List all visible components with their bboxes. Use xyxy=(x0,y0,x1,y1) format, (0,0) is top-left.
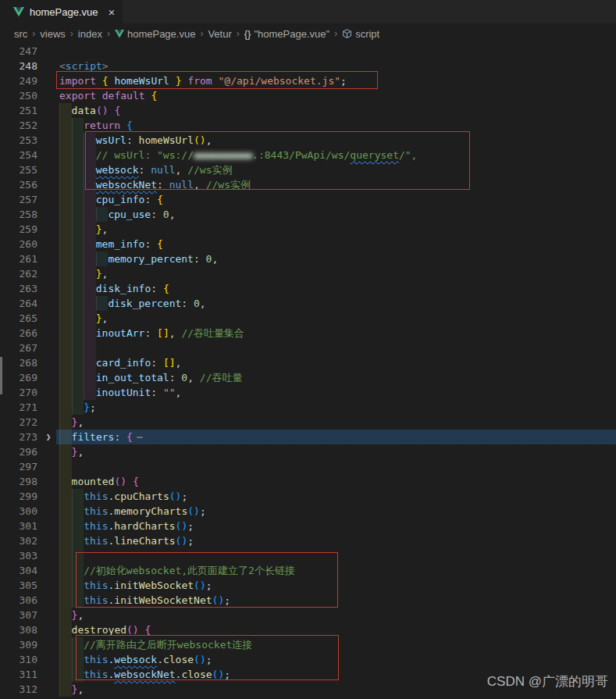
line-number[interactable]: 301 xyxy=(0,519,37,533)
code-line-267[interactable]: 267 xyxy=(0,341,616,355)
line-number[interactable]: 257 xyxy=(0,192,37,207)
line-number[interactable]: 296 xyxy=(0,444,37,459)
line-number[interactable]: 262 xyxy=(0,266,37,281)
code-line-299[interactable]: 299this.cpuCharts(); xyxy=(0,489,616,504)
code-line-308[interactable]: 308destroyed() { xyxy=(0,622,616,637)
line-number[interactable]: 271 xyxy=(0,400,37,415)
code-line-253[interactable]: 253wsUrl: homeWsUrl(), xyxy=(0,133,616,148)
code-area[interactable]: 247248<script>249import { homeWsUrl } fr… xyxy=(0,44,616,699)
breadcrumb-item-index[interactable]: index xyxy=(78,28,102,40)
line-number[interactable]: 253 xyxy=(0,133,37,148)
code-line-271[interactable]: 271}; xyxy=(0,400,616,415)
code-line-251[interactable]: 251data() { xyxy=(0,103,616,118)
line-number[interactable]: 308 xyxy=(0,622,37,637)
line-number[interactable]: 270 xyxy=(0,385,37,400)
code-line-304[interactable]: 304//初始化websocket,此页面建立了2个长链接 xyxy=(0,563,616,578)
code-line-300[interactable]: 300this.memoryCharts(); xyxy=(0,504,616,519)
line-number[interactable]: 298 xyxy=(0,474,37,489)
code-line-261[interactable]: 261memory_percent: 0, xyxy=(0,251,616,266)
line-number[interactable]: 252 xyxy=(0,118,37,133)
line-number[interactable]: 272 xyxy=(0,415,37,430)
code-line-270[interactable]: 270inoutUnit: "", xyxy=(0,385,616,400)
line-number[interactable]: 311 xyxy=(0,667,37,682)
code-line-310[interactable]: 310this.websock.close(); xyxy=(0,652,616,667)
line-number[interactable]: 266 xyxy=(0,326,37,341)
line-number[interactable]: 307 xyxy=(0,608,37,622)
code-line-266[interactable]: 266inoutArr: [], //吞吐量集合 xyxy=(0,326,616,341)
line-number[interactable]: 258 xyxy=(0,207,37,222)
code-line-252[interactable]: 252return { xyxy=(0,118,616,133)
line-number[interactable]: 264 xyxy=(0,296,37,311)
line-number[interactable]: 273 xyxy=(0,430,37,444)
code-line-255[interactable]: 255websock: null, //ws实例 xyxy=(0,162,616,177)
line-number[interactable]: 261 xyxy=(0,251,37,266)
tab-homepage-vue[interactable]: homePage.vue × xyxy=(0,0,123,23)
line-number[interactable]: 250 xyxy=(0,88,37,103)
line-number[interactable]: 256 xyxy=(0,177,37,192)
code-line-264[interactable]: 264disk_percent: 0, xyxy=(0,296,616,311)
code-line-248[interactable]: 248<script> xyxy=(0,59,616,73)
line-number[interactable]: 312 xyxy=(0,682,37,697)
line-number[interactable]: 310 xyxy=(0,652,37,667)
tab-close-icon[interactable]: × xyxy=(108,6,115,18)
line-number[interactable]: 263 xyxy=(0,281,37,296)
code-line-307[interactable]: 307}, xyxy=(0,608,616,622)
line-number[interactable]: 300 xyxy=(0,504,37,519)
line-number[interactable]: 260 xyxy=(0,237,37,251)
line-number[interactable]: 251 xyxy=(0,103,37,118)
line-number[interactable]: 305 xyxy=(0,578,37,593)
line-number[interactable]: 302 xyxy=(0,533,37,548)
line-number[interactable]: 267 xyxy=(0,341,37,355)
code-line-296[interactable]: 296}, xyxy=(0,444,616,459)
code-line-247[interactable]: 247 xyxy=(0,44,616,59)
code-line-265[interactable]: 265}, xyxy=(0,311,616,326)
line-number[interactable]: 306 xyxy=(0,593,37,608)
line-number[interactable]: 254 xyxy=(0,148,37,162)
line-number[interactable]: 255 xyxy=(0,162,37,177)
line-number[interactable]: 268 xyxy=(0,355,37,370)
fold-column xyxy=(37,504,59,519)
folded-ellipsis[interactable]: ⋯ xyxy=(137,430,142,444)
line-number[interactable]: 304 xyxy=(0,563,37,578)
code-line-273[interactable]: 273❯filters: {⋯ xyxy=(0,430,616,444)
code-line-258[interactable]: 258cpu_use: 0, xyxy=(0,207,616,222)
indent-guide xyxy=(72,311,84,326)
breadcrumb-item-src[interactable]: src xyxy=(14,28,27,40)
breadcrumb-item-homepagevue[interactable]: {}"homePage.vue" xyxy=(244,28,329,40)
code-line-249[interactable]: 249import { homeWsUrl } from "@/api/webs… xyxy=(0,73,616,88)
code-line-269[interactable]: 269in_out_total: 0, //吞吐量 xyxy=(0,370,616,385)
code-line-302[interactable]: 302this.lineCharts(); xyxy=(0,533,616,548)
code-line-254[interactable]: 254// wsUrl: "ws://●●●●●●●●●●●.:8443/PwA… xyxy=(0,148,616,162)
line-number[interactable]: 259 xyxy=(0,222,37,237)
line-number[interactable]: 269 xyxy=(0,370,37,385)
fold-chevron-icon[interactable]: ❯ xyxy=(37,430,59,444)
line-number[interactable]: 247 xyxy=(0,44,37,59)
line-number[interactable]: 249 xyxy=(0,73,37,88)
code-line-257[interactable]: 257cpu_info: { xyxy=(0,192,616,207)
breadcrumb-item-views[interactable]: views xyxy=(40,28,66,40)
code-line-297[interactable]: 297 xyxy=(0,459,616,474)
code-line-260[interactable]: 260mem_info: { xyxy=(0,237,616,251)
code-line-306[interactable]: 306this.initWebSocketNet(); xyxy=(0,593,616,608)
line-number[interactable]: 248 xyxy=(0,59,37,73)
code-line-263[interactable]: 263disk_info: { xyxy=(0,281,616,296)
line-number[interactable]: 299 xyxy=(0,489,37,504)
code-line-301[interactable]: 301this.hardCharts(); xyxy=(0,519,616,533)
code-line-272[interactable]: 272}, xyxy=(0,415,616,430)
breadcrumb-item-homepagevue[interactable]: homePage.vue xyxy=(115,28,195,40)
code-line-262[interactable]: 262}, xyxy=(0,266,616,281)
code-line-259[interactable]: 259}, xyxy=(0,222,616,237)
breadcrumb-item-vetur[interactable]: Vetur xyxy=(208,28,231,40)
code-line-303[interactable]: 303 xyxy=(0,548,616,563)
line-number[interactable]: 309 xyxy=(0,637,37,652)
code-line-256[interactable]: 256websockNet: null, //ws实例 xyxy=(0,177,616,192)
line-number[interactable]: 265 xyxy=(0,311,37,326)
code-line-268[interactable]: 268card_info: [], xyxy=(0,355,616,370)
code-line-298[interactable]: 298mounted() { xyxy=(0,474,616,489)
code-line-305[interactable]: 305this.initWebSocket(); xyxy=(0,578,616,593)
line-number[interactable]: 297 xyxy=(0,459,37,474)
code-line-250[interactable]: 250export default { xyxy=(0,88,616,103)
line-number[interactable]: 303 xyxy=(0,548,37,563)
code-line-309[interactable]: 309//离开路由之后断开websocket连接 xyxy=(0,637,616,652)
breadcrumb-item-script[interactable]: script xyxy=(342,28,379,40)
